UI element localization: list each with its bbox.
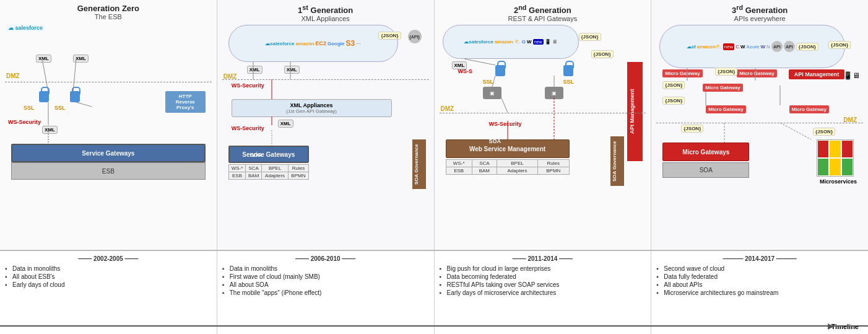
gen3-json-low-badge1: {JSON} [662, 97, 685, 105]
gen1-item2: First wave of cloud (mainly SMB) [222, 273, 429, 281]
gen3-cell4 [817, 158, 829, 176]
gen3-api-mgmt-box: API Management [789, 69, 844, 79]
main-container: Generation Zero The ESB ☁ salesforce DMZ… [0, 0, 868, 334]
gen1-items: Data in monoliths First wave of cloud (m… [222, 265, 429, 297]
gen3-json-low1: {JSON} [662, 96, 685, 103]
gen2-lock1 [495, 65, 505, 77]
gen0-lock-icon2 [70, 91, 80, 102]
gen0-item1: Data in monoliths [5, 265, 212, 273]
gen1-rules: Rules [289, 165, 309, 172]
timeline-area: Timeline —— 2002-2005 —— Data in monolit… [0, 250, 868, 334]
gen3-column: 3rd Generation APIs everywhere ☁sf amazo… [651, 0, 868, 250]
gen2-new: new [533, 39, 544, 45]
gen3-item4: Microservice architectures go mainstream [656, 289, 863, 297]
gen0-ssl1: SSL [24, 105, 35, 111]
gen3-cell2 [829, 140, 841, 158]
gen2-title: 2nd Generation [440, 4, 646, 15]
gen3-api1: API [771, 41, 783, 52]
gen1-ws: WS-* [228, 165, 245, 172]
gen2-subtitle: REST & API Gateways [440, 15, 646, 22]
gen1-amazon: amazon [296, 41, 315, 46]
gen1-ws-security2: WS-Security [232, 125, 264, 131]
gen0-xml-badge3: XML [42, 126, 58, 134]
gen1-diagram: ☁salesforce amazon EC2 Google S3 ⋯ {JSON… [222, 25, 429, 247]
gen3-azure: Azure [747, 44, 760, 50]
gen3-items: Second wave of cloud Data fully federate… [656, 265, 863, 297]
gen0-dmz-label: DMZ [6, 73, 20, 79]
gen3-cell3 [841, 140, 853, 158]
gen2-item2: Data becoming federated [440, 273, 646, 281]
gen1-date: —— 2006-2010 —— [222, 255, 429, 262]
svg-line-12 [501, 98, 508, 113]
gen2-cloud: ☁salesforce amazon ⛅ G W new 📱 🖥 [443, 25, 579, 59]
gen2-lock2 [563, 65, 573, 77]
gen2-salesforce: ☁salesforce [464, 39, 493, 45]
gen2-dmz-line [440, 113, 646, 113]
gen3-json-low-r: {JSON} [813, 127, 835, 134]
gen3-json-mid1: {JSON} [715, 67, 737, 74]
gen3-dmz-line [656, 123, 863, 123]
gen2-item1: Big push for cloud in large enterprises [440, 265, 646, 273]
gen3-header: 3rd Generation APIs everywhere [656, 4, 863, 22]
gen3-w1: W [740, 44, 745, 50]
gen0-lock1 [39, 91, 49, 103]
gen2-google: G [522, 39, 526, 45]
gen0-xml2: XML [73, 54, 89, 61]
gen2-json-badge1: {JSON} [579, 33, 601, 41]
gen0-xml3: XML [42, 125, 58, 133]
gen2-ssl2: SSL [563, 79, 575, 85]
gen1-ws-security: WS-Security [232, 82, 264, 89]
gen1-soa-governance: SOA Governance [412, 139, 426, 189]
gen3-microservices-cells [817, 140, 853, 176]
gen3-microservices-grid [817, 139, 854, 177]
gen2-xml1: XML [452, 61, 467, 68]
gen2-ssl1: SSL [483, 79, 494, 85]
gen2-lock-icon1 [495, 65, 505, 76]
gen0-date: —— 2002-2005 —— [5, 255, 212, 262]
gen2-date: —— 2011-2014 —— [440, 255, 646, 262]
gen2-router2: ▣ [545, 87, 563, 99]
gen1-json-badge: {JSON} [378, 31, 401, 38]
gen1-xml-badge1: XML [247, 66, 263, 74]
gen2-amazon: amazon ⛅ [495, 39, 521, 45]
gen0-dmz-line [5, 82, 212, 82]
gen2-dmz-label: DMZ [441, 105, 454, 112]
gen3-new: new [723, 43, 735, 50]
gen0-items: Data in monoliths All about ESB's Early … [5, 265, 212, 289]
gen2-timeline: —— 2011-2014 —— Big push for cloud in la… [435, 251, 652, 334]
gen3-date: ——— 2014-2017 ——— [656, 255, 863, 262]
gen3-cloud: ☁sf amazon⛅ new C W Azure W N API API {J… [659, 25, 845, 68]
gen3-c: C [736, 44, 739, 50]
gen2-items: Big push for cloud in large enterprises … [440, 265, 646, 297]
gen3-json-low-badge-l: {JSON} [681, 125, 703, 133]
gen2-api-management: API Management [627, 62, 643, 161]
gen1-adapters: Adapters [262, 172, 289, 180]
gen0-esb: ESB [11, 162, 206, 180]
gen0-diagram: ☁ salesforce DMZ XML XML [5, 23, 212, 247]
gen3-microservices-label: Microservices [820, 178, 857, 185]
gen0-xml-badge2: XML [73, 55, 89, 63]
gen2-json-badge2: {JSON} [591, 50, 614, 58]
gen2-sca: SCA [472, 160, 497, 167]
gen0-title: Generation Zero [5, 4, 212, 13]
gen3-cell5 [829, 158, 841, 176]
gen1-header: 1st Generation XML Appliances [222, 4, 429, 22]
gen1-sca: SCA [246, 165, 262, 172]
gen3-micro-gw4: Micro Gateway [706, 105, 745, 113]
gen2-ws-s: WS-S [458, 68, 473, 74]
gen0-http-proxy: HTTPReverseProxy's [165, 91, 206, 113]
gen3-n: N [766, 44, 770, 50]
timeline-bar-bg [0, 325, 868, 327]
gen1-cloud: ☁salesforce amazon EC2 Google S3 ⋯ [228, 25, 398, 62]
gen1-json: {JSON} [378, 32, 401, 40]
columns-area: Generation Zero The ESB ☁ salesforce DMZ… [0, 0, 868, 250]
gen1-xml-badge2: XML [284, 66, 300, 74]
gen1-xml-badge3: XML [278, 120, 293, 128]
gen3-amazon: amazon⛅ [697, 44, 722, 50]
gen0-lock2 [70, 91, 80, 103]
gen2-column: 2nd Generation REST & API Gateways ☁sale… [435, 0, 652, 250]
gen1-google: Google [328, 41, 345, 46]
gen3-timeline: ——— 2014-2017 ——— Second wave of cloud D… [651, 251, 868, 334]
gen0-header: Generation Zero The ESB [5, 4, 212, 20]
gen1-soa-table: WS-* SCA BPEL Rules ESB BAM Adapters BPM… [228, 164, 309, 180]
